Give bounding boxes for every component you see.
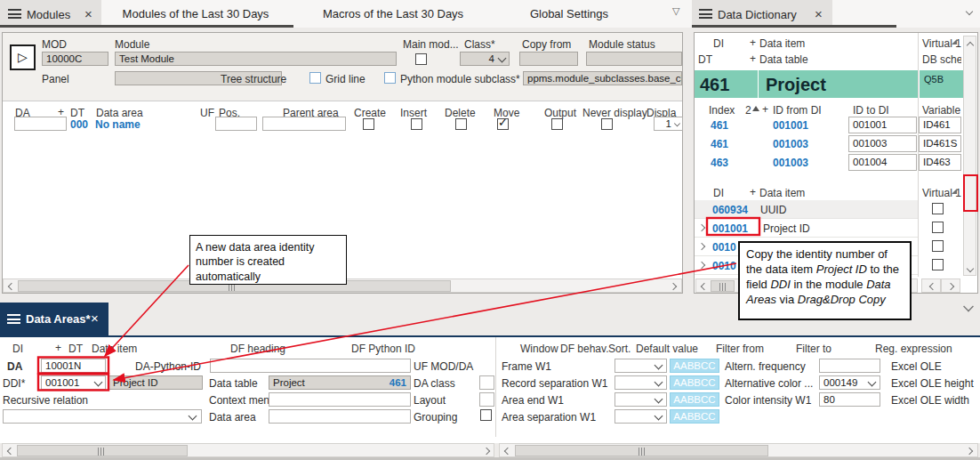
virtual-checkbox[interactable]	[932, 222, 944, 233]
id-to-di-field[interactable]: 001003	[848, 135, 917, 152]
list-item[interactable]: 060934 UUID	[695, 200, 918, 219]
data-areas-right-hscrollbar[interactable]	[499, 443, 978, 457]
insert-checkbox[interactable]	[411, 118, 422, 130]
dropdown-icon[interactable]	[655, 396, 663, 404]
dropdown-icon[interactable]	[655, 362, 663, 370]
main-mod-checkbox[interactable]	[415, 53, 427, 65]
virtual-checkbox[interactable]	[932, 240, 944, 252]
context-menu-field[interactable]	[269, 392, 411, 407]
ddi-select[interactable]: 001001	[41, 375, 106, 390]
variable-field[interactable]: ID461S	[919, 135, 961, 152]
scrollbar-thumb[interactable]	[17, 445, 188, 456]
virtual-checkbox[interactable]	[932, 203, 944, 214]
grid-line-checkbox[interactable]	[309, 72, 321, 84]
add-button[interactable]: +	[762, 104, 768, 115]
virtual-col-scroll-left[interactable]	[921, 278, 941, 293]
move-checkbox[interactable]	[497, 118, 509, 130]
copy-from-field[interactable]	[519, 52, 578, 66]
scrollbar-grip[interactable]	[98, 448, 106, 456]
scroll-left-icon[interactable]	[928, 283, 936, 290]
tab-modules-30[interactable]: Modules of the Last 30 Days	[101, 0, 290, 28]
parent-area-input[interactable]	[262, 117, 346, 131]
scroll-left-icon[interactable]	[503, 448, 510, 455]
id-to-di-field[interactable]: 001004	[848, 154, 917, 171]
virtual-col-scroll-right[interactable]	[941, 278, 960, 293]
expand-icon[interactable]	[699, 262, 706, 269]
add-button[interactable]: +	[750, 37, 756, 48]
scrollbar-thumb[interactable]	[515, 445, 768, 456]
frame-w1-select[interactable]	[615, 359, 667, 373]
frame-color-field[interactable]: AABBCC	[670, 359, 719, 373]
scroll-left-icon[interactable]	[7, 283, 14, 290]
close-icon[interactable]: ×	[84, 6, 92, 21]
scroll-right-icon[interactable]	[671, 283, 678, 290]
variable-field[interactable]: ID463	[919, 154, 961, 171]
dropdown-icon[interactable]	[655, 413, 663, 421]
area-end-select[interactable]	[615, 392, 667, 407]
da-field[interactable]: 10001N	[41, 359, 106, 373]
tab-macros-30[interactable]: Macros of the Last 30 Days	[297, 0, 489, 28]
tab-modules[interactable]: Modules ×	[0, 0, 101, 28]
area-separation-select[interactable]	[615, 409, 667, 424]
area-end-color-field[interactable]: AABBCC	[670, 392, 719, 407]
create-checkbox[interactable]	[363, 118, 374, 130]
close-icon[interactable]: ×	[815, 6, 823, 21]
scroll-right-icon[interactable]	[948, 283, 955, 290]
expand-icon[interactable]	[699, 224, 706, 231]
mod-field[interactable]: 10000C	[42, 52, 108, 66]
uf-input[interactable]	[215, 117, 257, 131]
module-status-field[interactable]	[586, 52, 682, 66]
scroll-right-icon[interactable]	[967, 448, 974, 455]
alternative-color-select[interactable]: 000149	[819, 375, 880, 390]
delete-checkbox[interactable]	[455, 118, 467, 130]
python-subclass-field[interactable]: ppms.module_subclasses.base_class	[523, 71, 682, 85]
add-button[interactable]: +	[750, 53, 756, 64]
hamburger-icon[interactable]	[8, 9, 21, 19]
selected-dt-id-cell[interactable]: 461	[695, 70, 758, 98]
sort-icon[interactable]	[952, 39, 957, 44]
collapse-chevron-icon[interactable]	[963, 303, 973, 312]
record-separation-select[interactable]	[615, 375, 667, 390]
scrollbar-grip[interactable]	[719, 283, 727, 291]
run-button[interactable]: ▷	[10, 44, 36, 70]
da-python-id-field[interactable]	[210, 359, 411, 373]
id-to-di-field[interactable]: 001001	[848, 117, 917, 133]
chevron-down-icon[interactable]	[966, 9, 973, 16]
dropdown-icon[interactable]	[498, 55, 506, 63]
scroll-left-icon[interactable]	[6, 448, 13, 455]
class-select[interactable]: 4	[460, 52, 510, 66]
hamburger-icon[interactable]	[699, 9, 712, 19]
grouping-checkbox[interactable]	[480, 409, 492, 421]
sort-asc-icon[interactable]	[752, 106, 759, 111]
da-input[interactable]	[14, 117, 67, 131]
sort-icon[interactable]	[952, 189, 957, 194]
dropdown-icon[interactable]	[674, 121, 679, 126]
color-intensity-field[interactable]: 80	[819, 392, 880, 407]
da-class-field[interactable]	[479, 375, 494, 390]
record-separation-color-field[interactable]: AABBCC	[670, 375, 719, 390]
hamburger-icon[interactable]	[7, 314, 20, 324]
displa-select[interactable]: 1	[654, 117, 683, 131]
output-checkbox[interactable]	[551, 118, 563, 130]
tab-data-dictionary[interactable]: Data Dictionary ×	[692, 0, 832, 28]
tab-overflow-icon[interactable]: ▽	[672, 5, 679, 17]
variable-field[interactable]: ID461	[919, 117, 961, 133]
dropdown-icon[interactable]	[868, 379, 876, 387]
data-areas-left-hscrollbar[interactable]	[2, 443, 494, 457]
layout-field[interactable]	[479, 392, 494, 407]
dictionary-vscrollbar[interactable]	[963, 36, 976, 276]
module-field[interactable]: Test Module	[115, 52, 397, 66]
scrollbar-thumb[interactable]	[711, 280, 735, 292]
tab-global-settings[interactable]: Global Settings	[496, 0, 642, 28]
never-display-checkbox[interactable]	[601, 118, 613, 130]
selected-dt-name-cell[interactable]: Project	[759, 70, 918, 98]
scrollbar-grip[interactable]	[639, 448, 647, 456]
scroll-up-icon[interactable]	[967, 41, 974, 48]
data-area-field[interactable]	[269, 409, 411, 424]
recursive-relation-select[interactable]	[3, 409, 202, 424]
altern-frequency-field[interactable]	[819, 359, 880, 373]
scroll-right-icon[interactable]	[484, 448, 491, 455]
area-separation-color-field[interactable]: AABBCC	[670, 409, 719, 424]
close-icon[interactable]: ×	[91, 311, 99, 326]
list-item[interactable]: 001001 Project ID	[695, 219, 918, 238]
